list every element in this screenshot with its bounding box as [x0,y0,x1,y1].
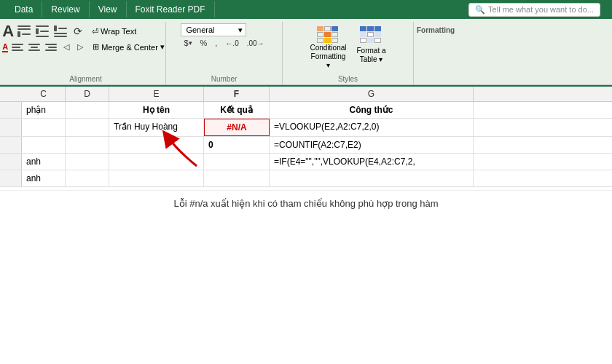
merge-center-button[interactable]: ⊞ Merge & Center ▾ [88,40,169,54]
table-row: anh [0,170,612,187]
cell-c1[interactable]: phận [22,102,66,118]
decrease-decimal-button[interactable]: ←.0 [222,38,241,49]
number-format-value: General [186,25,214,34]
row-number [0,137,22,153]
merge-icon: ⊞ [93,42,99,52]
cell-d3[interactable] [66,137,109,153]
menu-tabs: Data Review View Foxit Reader PDF [6,1,215,17]
increase-indent-icon[interactable]: ▷ [74,41,86,53]
col-header-e: E [109,87,204,101]
cell-g1[interactable]: Công thức [270,102,474,118]
align-right-icon[interactable] [44,42,58,52]
cell-c5[interactable]: anh [22,170,66,186]
col-header-d: D [66,87,109,101]
number-controls: General ▾ $ ▾ % , ←.0 .00→ [181,23,267,49]
wrap-text-label: Wrap Text [101,27,136,36]
wrap-text-icon: ⏎ [92,27,98,36]
dollar-button[interactable]: $ ▾ [181,37,195,49]
cell-c4[interactable]: anh [22,154,66,170]
table-row: phận Họ tên Kết quả Công thức [0,102,612,119]
row-number [0,154,22,170]
cell-g5[interactable] [270,170,474,186]
tell-me-bar[interactable]: 🔍 Tell me what you want to do... [468,3,600,17]
styles-group: ConditionalFormatting ▾ [283,22,414,84]
merge-center-label: Merge & Center [101,43,158,52]
merge-dropdown-icon[interactable]: ▾ [160,42,165,52]
table-row: Trần Huy Hoàng #N/A =VLOOKUP(E2,A2:C7,2,… [0,119,612,137]
tab-bar: Data Review View Foxit Reader PDF 🔍 Tell… [0,0,612,19]
styles-label: Styles [338,75,358,83]
footer-text: Lỗi #n/a xuất hiện khi có tham chiếu khô… [173,198,438,209]
cell-d2[interactable] [66,119,109,136]
cell-c2[interactable] [22,119,66,136]
conditional-formatting-label: ConditionalFormatting ▾ [310,44,348,70]
align-middle-icon[interactable] [34,24,50,39]
row-number [0,119,22,136]
cell-f1[interactable]: Kết quả [204,102,270,118]
increase-decimal-button[interactable]: .00→ [244,38,267,49]
font-size-small-icon[interactable]: A [2,42,8,52]
format-table-icon [360,26,383,45]
number-format-chevron: ▾ [238,25,243,35]
cell-c3[interactable] [22,137,66,153]
align-top-icon[interactable] [16,24,32,39]
row-number [0,102,22,118]
formatting-section: Formatting [414,22,460,84]
cell-e1[interactable]: Họ tên [109,102,204,118]
cell-e5[interactable] [109,170,204,186]
error-arrow [157,130,215,170]
conditional-formatting-icon [317,25,340,44]
tab-foxit[interactable]: Foxit Reader PDF [127,1,215,17]
cell-g2[interactable]: =VLOOKUP(E2,A2:C7,2,0) [270,119,474,136]
cell-g3[interactable]: =COUNTIF(A2:C7,E2) [270,137,474,153]
styles-controls: ConditionalFormatting ▾ [307,23,390,71]
number-label: Number [211,75,238,83]
cell-f5[interactable] [204,170,270,186]
ribbon: A [0,19,612,85]
alignment-row1: A [2,23,169,39]
spreadsheet: C D E F G phận Họ tên Kết quả Công thức … [0,85,612,187]
formatting-label: Formatting [417,26,455,34]
col-header-c: C [22,87,66,101]
wrap-text-button[interactable]: ⏎ Wrap Text [87,25,141,39]
align-center-icon[interactable] [27,42,42,52]
tell-me-text: Tell me what you want to do... [488,5,594,14]
table-row: anh =IF(E4="","",VLOOKUP(E4,A2:C7,2, [0,154,612,170]
conditional-formatting-button[interactable]: ConditionalFormatting ▾ [307,23,350,71]
tab-data[interactable]: Data [6,1,42,17]
currency-row: $ ▾ % , ←.0 .00→ [181,37,267,49]
alignment-controls: A [2,23,169,54]
align-left-icon[interactable] [10,42,25,52]
tab-view[interactable]: View [90,1,127,17]
number-group: General ▾ $ ▾ % , ←.0 .00→ Number [166,22,283,84]
column-headers: C D E F G [0,87,612,102]
cell-g4[interactable]: =IF(E4="","",VLOOKUP(E4,A2:C7,2, [270,154,474,170]
dollar-dropdown-icon: ▾ [189,39,192,47]
footer: Lỗi #n/a xuất hiện khi có tham chiếu khô… [0,190,612,216]
format-table-label: Format aTable ▾ [356,47,385,64]
comma-button[interactable]: , [212,37,220,49]
row-number [0,170,22,186]
cell-d1[interactable] [66,102,109,118]
alignment-label: Alignment [69,75,101,83]
number-format-row: General ▾ [181,23,267,36]
alignment-row2: A [2,40,169,54]
table-row: 0 =COUNTIF(A2:C7,E2) [0,137,612,154]
cell-d5[interactable] [66,170,109,186]
font-size-large-icon[interactable]: A [2,23,14,39]
decrease-indent-icon[interactable]: ◁ [60,41,72,53]
cell-d4[interactable] [66,154,109,170]
text-orientation-icon[interactable]: ⟳ [71,24,85,39]
alignment-group: A [6,22,166,84]
tab-review[interactable]: Review [42,1,89,17]
ribbon-controls-row: A [6,22,606,84]
col-header-g: G [270,87,474,101]
format-table-button[interactable]: Format aTable ▾ [353,23,390,66]
col-header-f: F [204,87,270,101]
number-format-dropdown[interactable]: General ▾ [181,23,246,36]
align-bottom-icon[interactable] [52,24,68,39]
percent-button[interactable]: % [197,37,211,49]
search-icon: 🔍 [475,5,485,15]
